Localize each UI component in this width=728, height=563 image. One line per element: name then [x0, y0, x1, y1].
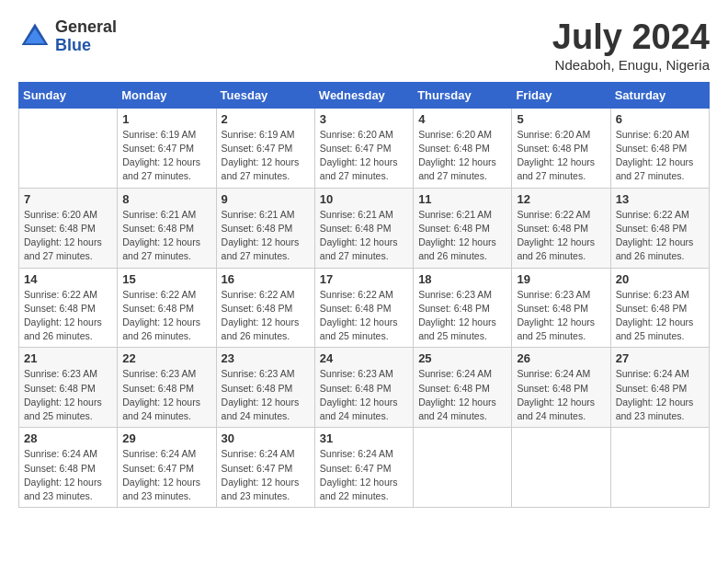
calendar-cell: 15Sunrise: 6:22 AMSunset: 6:48 PMDayligh…: [118, 268, 216, 348]
day-info: Sunrise: 6:21 AMSunset: 6:48 PMDaylight:…: [320, 208, 408, 264]
weekday-header-cell: Friday: [512, 82, 610, 108]
month-title: July 2024: [552, 18, 710, 57]
daylight-text: Daylight: 12 hours: [122, 236, 200, 247]
calendar-cell: 5Sunrise: 6:20 AMSunset: 6:48 PMDaylight…: [512, 108, 610, 188]
sunset-text: Sunset: 6:48 PM: [320, 383, 392, 394]
sunrise-text: Sunrise: 6:24 AM: [222, 448, 295, 459]
daylight-text: Daylight: 12 hours: [122, 316, 200, 327]
daylight-minutes-text: and 24 minutes.: [320, 410, 389, 421]
day-number: 11: [418, 192, 506, 206]
daylight-minutes-text: and 27 minutes.: [122, 170, 191, 181]
sunset-text: Sunset: 6:48 PM: [24, 303, 96, 314]
sunset-text: Sunset: 6:48 PM: [122, 223, 194, 234]
daylight-text: Daylight: 12 hours: [418, 236, 496, 247]
calendar-week-row: 28Sunrise: 6:24 AMSunset: 6:48 PMDayligh…: [19, 428, 710, 508]
calendar-cell: 31Sunrise: 6:24 AMSunset: 6:47 PMDayligh…: [314, 428, 413, 508]
sunset-text: Sunset: 6:48 PM: [418, 303, 490, 314]
day-info: Sunrise: 6:24 AMSunset: 6:48 PMDaylight:…: [517, 367, 605, 423]
day-number: 7: [24, 192, 112, 206]
sunrise-text: Sunrise: 6:21 AM: [320, 209, 393, 220]
calendar-week-row: 1Sunrise: 6:19 AMSunset: 6:47 PMDaylight…: [19, 108, 710, 188]
day-info: Sunrise: 6:23 AMSunset: 6:48 PMDaylight:…: [616, 288, 704, 344]
day-number: 29: [122, 431, 210, 445]
day-info: Sunrise: 6:22 AMSunset: 6:48 PMDaylight:…: [122, 288, 210, 344]
sunrise-text: Sunrise: 6:19 AM: [222, 129, 295, 140]
daylight-minutes-text: and 27 minutes.: [24, 250, 93, 261]
day-number: 31: [320, 431, 408, 445]
sunset-text: Sunset: 6:47 PM: [320, 143, 392, 154]
daylight-text: Daylight: 12 hours: [320, 316, 398, 327]
day-info: Sunrise: 6:23 AMSunset: 6:48 PMDaylight:…: [517, 288, 605, 344]
weekday-header-cell: Saturday: [610, 82, 709, 108]
daylight-minutes-text: and 25 minutes.: [616, 330, 685, 341]
calendar-body: 1Sunrise: 6:19 AMSunset: 6:47 PMDaylight…: [19, 108, 710, 507]
day-info: Sunrise: 6:24 AMSunset: 6:47 PMDaylight:…: [222, 447, 310, 503]
day-number: 9: [222, 192, 310, 206]
daylight-minutes-text: and 26 minutes.: [517, 250, 586, 261]
weekday-header-row: SundayMondayTuesdayWednesdayThursdayFrid…: [19, 82, 710, 108]
sunrise-text: Sunrise: 6:22 AM: [24, 289, 97, 300]
daylight-minutes-text: and 27 minutes.: [616, 170, 685, 181]
daylight-minutes-text: and 26 minutes.: [418, 250, 487, 261]
sunset-text: Sunset: 6:48 PM: [24, 383, 96, 394]
sunset-text: Sunset: 6:48 PM: [616, 383, 688, 394]
day-number: 13: [616, 192, 704, 206]
day-number: 6: [616, 112, 704, 126]
calendar-cell: 11Sunrise: 6:21 AMSunset: 6:48 PMDayligh…: [414, 188, 512, 268]
day-info: Sunrise: 6:24 AMSunset: 6:47 PMDaylight:…: [320, 447, 408, 503]
sunset-text: Sunset: 6:48 PM: [222, 303, 293, 314]
daylight-minutes-text: and 24 minutes.: [122, 410, 191, 421]
sunrise-text: Sunrise: 6:24 AM: [616, 368, 689, 379]
sunrise-text: Sunrise: 6:23 AM: [222, 368, 295, 379]
calendar-cell: [414, 428, 512, 508]
day-info: Sunrise: 6:21 AMSunset: 6:48 PMDaylight:…: [222, 208, 310, 264]
day-info: Sunrise: 6:24 AMSunset: 6:47 PMDaylight:…: [122, 447, 210, 503]
logo-blue: Blue: [55, 37, 117, 55]
day-info: Sunrise: 6:21 AMSunset: 6:48 PMDaylight:…: [418, 208, 506, 264]
sunrise-text: Sunrise: 6:23 AM: [418, 289, 492, 300]
day-number: 8: [122, 192, 210, 206]
calendar-cell: 28Sunrise: 6:24 AMSunset: 6:48 PMDayligh…: [19, 428, 118, 508]
day-info: Sunrise: 6:22 AMSunset: 6:48 PMDaylight:…: [616, 208, 704, 264]
calendar-cell: 10Sunrise: 6:21 AMSunset: 6:48 PMDayligh…: [314, 188, 413, 268]
daylight-minutes-text: and 27 minutes.: [222, 250, 290, 261]
title-area: July 2024 Ndeaboh, Enugu, Nigeria: [552, 18, 710, 73]
sunset-text: Sunset: 6:48 PM: [122, 383, 194, 394]
day-number: 16: [222, 272, 310, 286]
sunrise-text: Sunrise: 6:22 AM: [122, 289, 196, 300]
sunset-text: Sunset: 6:48 PM: [320, 223, 392, 234]
weekday-header-cell: Tuesday: [216, 82, 314, 108]
logo-icon: [18, 20, 51, 53]
daylight-minutes-text: and 23 minutes.: [222, 490, 290, 501]
day-number: 21: [24, 351, 112, 365]
day-number: 5: [517, 112, 605, 126]
day-number: 20: [616, 272, 704, 286]
daylight-text: Daylight: 12 hours: [616, 316, 694, 327]
day-number: 14: [24, 272, 112, 286]
sunrise-text: Sunrise: 6:23 AM: [320, 368, 393, 379]
day-number: 10: [320, 192, 408, 206]
calendar-cell: 9Sunrise: 6:21 AMSunset: 6:48 PMDaylight…: [216, 188, 314, 268]
daylight-minutes-text: and 26 minutes.: [222, 330, 290, 341]
day-info: Sunrise: 6:22 AMSunset: 6:48 PMDaylight:…: [320, 288, 408, 344]
sunrise-text: Sunrise: 6:22 AM: [222, 289, 295, 300]
daylight-text: Daylight: 12 hours: [122, 477, 200, 488]
sunset-text: Sunset: 6:48 PM: [418, 143, 490, 154]
day-number: 30: [222, 431, 310, 445]
sunset-text: Sunset: 6:48 PM: [517, 143, 588, 154]
sunrise-text: Sunrise: 6:24 AM: [517, 368, 590, 379]
day-info: Sunrise: 6:20 AMSunset: 6:47 PMDaylight:…: [320, 128, 408, 184]
calendar-cell: 13Sunrise: 6:22 AMSunset: 6:48 PMDayligh…: [610, 188, 709, 268]
daylight-text: Daylight: 12 hours: [222, 316, 300, 327]
calendar-cell: 23Sunrise: 6:23 AMSunset: 6:48 PMDayligh…: [216, 348, 314, 428]
daylight-text: Daylight: 12 hours: [418, 316, 496, 327]
weekday-header-cell: Thursday: [414, 82, 512, 108]
sunrise-text: Sunrise: 6:21 AM: [222, 209, 295, 220]
sunrise-text: Sunrise: 6:24 AM: [418, 368, 492, 379]
day-info: Sunrise: 6:24 AMSunset: 6:48 PMDaylight:…: [24, 447, 112, 503]
sunrise-text: Sunrise: 6:21 AM: [418, 209, 492, 220]
sunset-text: Sunset: 6:47 PM: [122, 143, 194, 154]
logo-text: General Blue: [55, 18, 117, 55]
calendar-cell: 6Sunrise: 6:20 AMSunset: 6:48 PMDaylight…: [610, 108, 709, 188]
daylight-minutes-text: and 23 minutes.: [24, 490, 93, 501]
